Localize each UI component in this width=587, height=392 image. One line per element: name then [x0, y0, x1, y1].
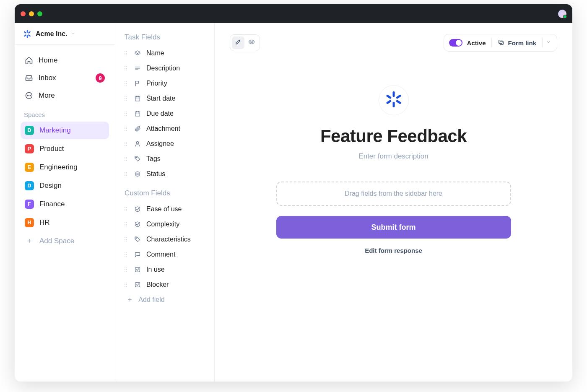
edit-mode-button[interactable]	[232, 36, 244, 49]
svg-line-34	[397, 101, 400, 103]
task-field-item[interactable]: Start date	[115, 91, 214, 106]
form-status-bar: Active Form link	[444, 34, 557, 52]
drag-handle-icon[interactable]	[125, 112, 129, 116]
check-icon	[134, 266, 141, 273]
drag-handle-icon[interactable]	[125, 222, 129, 226]
form-description-placeholder[interactable]: Enter form description	[358, 152, 428, 161]
svg-rect-27	[135, 283, 140, 287]
lines-icon	[134, 65, 141, 72]
svg-line-35	[387, 101, 390, 103]
svg-rect-17	[135, 112, 140, 116]
chevron-down-icon	[71, 31, 75, 37]
space-label: HR	[39, 218, 50, 227]
submit-label: Submit form	[371, 223, 416, 231]
space-item-design[interactable]: DDesign	[21, 177, 109, 195]
dropzone-hint: Drag fields from the sidebar here	[345, 190, 442, 197]
task-field-item[interactable]: Attachment	[115, 121, 214, 136]
space-item-product[interactable]: PProduct	[21, 140, 109, 158]
workspace-switcher[interactable]: Acme Inc.	[15, 23, 115, 45]
field-label: Start date	[146, 95, 175, 102]
more-options-button[interactable]	[543, 39, 554, 47]
field-label: Name	[146, 49, 164, 57]
drag-handle-icon[interactable]	[125, 96, 129, 101]
task-field-item[interactable]: Description	[115, 61, 214, 76]
preview-mode-button[interactable]	[245, 36, 258, 49]
svg-point-9	[30, 95, 31, 96]
svg-rect-29	[500, 41, 504, 44]
user-avatar[interactable]	[558, 10, 566, 18]
svg-point-25	[136, 238, 137, 239]
submit-form-button[interactable]: Submit form	[276, 216, 511, 239]
inbox-icon	[25, 74, 33, 82]
svg-rect-30	[499, 40, 502, 43]
add-field-button[interactable]: + Add field	[115, 292, 214, 307]
task-field-item[interactable]: Name	[115, 46, 214, 61]
custom-field-item[interactable]: Characteristics	[115, 232, 214, 247]
mode-switch	[230, 34, 260, 51]
drag-handle-icon[interactable]	[125, 252, 129, 257]
field-label: Attachment	[146, 125, 180, 132]
custom-field-item[interactable]: In use	[115, 262, 214, 277]
shield-icon	[134, 205, 141, 213]
custom-fields-list: Ease of useComplexityCharacteristicsComm…	[115, 202, 214, 292]
plus-icon: +	[128, 296, 132, 304]
custom-field-item[interactable]: Comment	[115, 247, 214, 262]
form-canvas: Feature Feedback Enter form description …	[276, 85, 511, 254]
custom-field-item[interactable]: Ease of use	[115, 202, 214, 217]
task-field-item[interactable]: Assignee	[115, 136, 214, 151]
field-dropzone[interactable]: Drag fields from the sidebar here	[276, 182, 511, 206]
task-field-item[interactable]: Status	[115, 166, 214, 182]
field-label: Assignee	[146, 140, 174, 148]
tag-icon	[134, 236, 141, 243]
layers-icon	[134, 49, 141, 57]
maximize-window-button[interactable]	[37, 11, 42, 16]
field-label: Status	[146, 170, 165, 178]
more-icon	[25, 91, 33, 100]
task-field-item[interactable]: Priority	[115, 76, 214, 91]
space-item-finance[interactable]: FFinance	[21, 195, 109, 213]
nav-inbox[interactable]: Inbox 9	[21, 69, 109, 87]
task-field-item[interactable]: Due date	[115, 106, 214, 121]
copy-link-icon	[498, 39, 504, 47]
svg-line-36	[397, 96, 400, 98]
drag-handle-icon[interactable]	[125, 142, 129, 146]
minimize-window-button[interactable]	[29, 11, 34, 16]
drag-handle-icon[interactable]	[125, 237, 129, 241]
active-toggle[interactable]	[449, 39, 462, 47]
space-item-marketing[interactable]: DMarketing	[21, 122, 109, 139]
calendar-icon	[134, 110, 141, 117]
task-field-item[interactable]: Tags	[115, 151, 214, 166]
space-item-engineering[interactable]: EEngineering	[21, 158, 109, 176]
custom-field-item[interactable]: Blocker	[115, 277, 214, 292]
target-icon	[134, 170, 141, 178]
field-label: Comment	[146, 251, 175, 258]
space-item-hr[interactable]: HHR	[21, 214, 109, 231]
space-label: Finance	[39, 200, 65, 208]
nav-home[interactable]: Home	[21, 52, 109, 69]
drag-handle-icon[interactable]	[125, 172, 129, 176]
drag-handle-icon[interactable]	[125, 66, 129, 70]
window-controls	[21, 11, 42, 16]
drag-handle-icon[interactable]	[125, 127, 129, 131]
drag-handle-icon[interactable]	[125, 81, 129, 86]
add-space-button[interactable]: + Add Space	[21, 232, 109, 250]
drag-handle-icon[interactable]	[125, 207, 129, 211]
form-logo[interactable]	[379, 85, 409, 115]
drag-handle-icon[interactable]	[125, 283, 129, 287]
drag-handle-icon[interactable]	[125, 267, 129, 272]
nav-primary: Home Inbox 9 More	[15, 45, 115, 106]
edit-response-link[interactable]: Edit form response	[365, 247, 422, 254]
nav-more[interactable]: More	[21, 87, 109, 104]
drag-handle-icon[interactable]	[125, 51, 129, 55]
form-title[interactable]: Feature Feedback	[320, 126, 467, 146]
spaces-list: DMarketingPProductEEngineeringDDesignFFi…	[15, 122, 115, 231]
chevron-down-icon	[545, 39, 551, 46]
nav-home-label: Home	[39, 56, 57, 65]
form-link-button[interactable]: Form link	[492, 39, 542, 47]
custom-field-item[interactable]: Complexity	[115, 217, 214, 232]
svg-line-5	[29, 32, 30, 33]
drag-handle-icon[interactable]	[125, 157, 129, 161]
svg-line-2	[24, 32, 26, 33]
app-window: Acme Inc. Home Inbox 9	[15, 4, 572, 382]
close-window-button[interactable]	[21, 11, 26, 16]
